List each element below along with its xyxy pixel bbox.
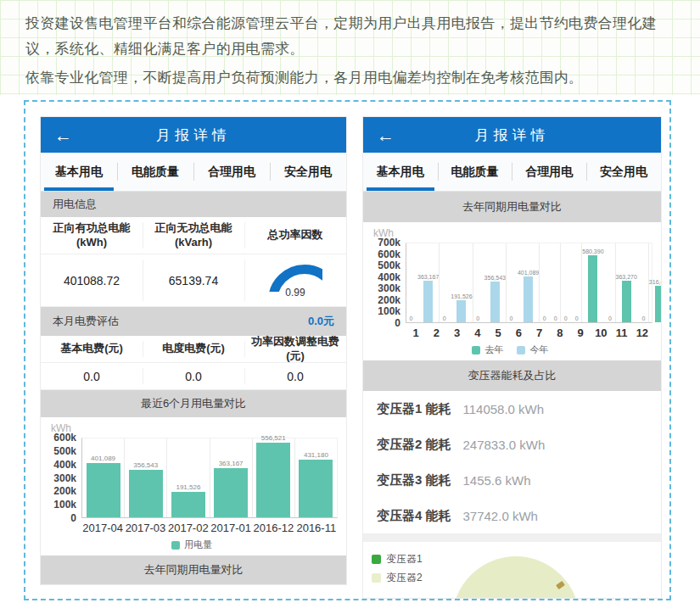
bar-用电量-2017-01[interactable]: [214, 468, 248, 517]
page: 投资建设售电管理平台和综合能源管理云平台，定期为用户出具用电报告，提出节约电费合…: [0, 0, 700, 614]
y-tick-label: 200k: [378, 295, 400, 305]
page-title: 月报详情: [41, 126, 346, 145]
tab-safe-usage[interactable]: 安全用电: [586, 153, 661, 191]
section-fee-estimate: 本月电费评估 0.0元: [41, 307, 346, 336]
x-tick-label: 2017-02: [167, 518, 210, 534]
legend-swatch-icon: [372, 573, 381, 583]
col-power-factor: 总功率因数: [244, 217, 346, 254]
plot-area: 0363,1670191,5260356,5430401,0890000580,…: [406, 243, 652, 323]
transformer-value: 1455.6 kWh: [463, 473, 531, 488]
bar-group: 0356,543: [473, 243, 506, 322]
active-energy-value: 401088.72: [41, 254, 143, 306]
legend-swatch-icon: [171, 541, 180, 550]
col-active-energy: 正向有功总电能(kWh): [41, 217, 143, 254]
tab-reasonable-usage[interactable]: 合理用电: [512, 153, 586, 191]
bar-今年-4[interactable]: [524, 276, 533, 322]
chart-unit-label: kWh: [51, 422, 338, 434]
x-tick-label: 2: [426, 323, 446, 339]
legend-item-用电量[interactable]: 用电量: [171, 539, 212, 551]
usage-header-row: 正向有功总电能(kWh) 正向无功总电能 (kVarh) 总功率因数: [41, 217, 346, 254]
pie-chart[interactable]: [452, 556, 580, 598]
bar-value-label: 0: [543, 315, 546, 321]
x-tick-label: 3: [446, 323, 467, 339]
plot-area: 401,089356,543191,526363,167556,521431,1…: [81, 438, 338, 518]
bar-value-label: 401,089: [91, 455, 115, 462]
transformer-row-1: 变压器1 能耗 114058.0 kWh: [363, 391, 661, 427]
tab-power-quality[interactable]: 电能质量: [438, 153, 512, 191]
transformer-label: 变压器3 能耗: [377, 472, 451, 488]
bar-用电量-2016-11[interactable]: [299, 460, 333, 517]
bar-用电量-2017-04[interactable]: [87, 463, 120, 517]
pie-legend-item-transformer2[interactable]: 变压器2: [372, 571, 423, 585]
chart-legend: 去年今年: [368, 339, 652, 359]
bar-今年-1[interactable]: [423, 281, 433, 322]
bar-value-label: 0: [443, 315, 446, 321]
monthly-usage-bar-chart: kWh600k500k400k300k200k100k0401,089356,5…: [41, 417, 346, 555]
legend-swatch-icon: [517, 346, 525, 354]
bar-value-label: 401,089: [518, 270, 539, 276]
col-reactive-energy: 正向无功总电能 (kVarh): [143, 217, 244, 254]
app-header: ← 月报详情: [363, 117, 661, 153]
bar-用电量-2016-12[interactable]: [256, 443, 290, 517]
x-tick-label: 10: [591, 323, 611, 339]
power-factor-gauge-cell: 0.99: [244, 254, 346, 306]
legend-swatch-icon: [472, 346, 480, 354]
legend-label: 变压器1: [386, 552, 423, 567]
bar-今年-3[interactable]: [490, 282, 500, 322]
y-tick-label: 300k: [53, 473, 76, 483]
bar-value-label: 191,526: [451, 293, 472, 299]
bar-value-label: 363,167: [417, 274, 439, 280]
bar-去年-8[interactable]: [622, 281, 631, 322]
legend-item-去年[interactable]: 去年: [472, 343, 503, 356]
basic-fee-value: 0.0: [41, 363, 143, 389]
legend-label: 今年: [529, 343, 548, 356]
bar-去年-7[interactable]: [588, 255, 597, 322]
bar-今年-2[interactable]: [456, 300, 466, 322]
tab-power-quality[interactable]: 电能质量: [117, 153, 193, 191]
bar-group: 580,3900: [581, 243, 614, 322]
pie-legend-item-transformer1[interactable]: 变压器1: [372, 552, 423, 567]
fee-section-title: 本月电费评估: [53, 314, 119, 329]
bar-用电量-2017-02[interactable]: [171, 492, 205, 517]
chart-section-title: 最近6个月用电量对比: [141, 396, 246, 411]
transformer-label: 变压器2 能耗: [377, 437, 451, 453]
transformer-value: 37742.0 kWh: [463, 509, 538, 523]
bar-用电量-2017-03[interactable]: [129, 470, 163, 517]
fee-total-value: 0.0元: [308, 314, 334, 329]
tab-reasonable-usage[interactable]: 合理用电: [193, 153, 270, 191]
power-factor-value: 0.99: [265, 287, 326, 299]
yoy-usage-bar-chart: kWh700k600k500k400k300k200k100k00363,167…: [363, 222, 661, 360]
x-tick-label: 11: [611, 323, 631, 339]
bar-value-label: 0: [564, 315, 568, 321]
transformer-value: 247833.0 kWh: [463, 438, 546, 452]
y-tick-label: 100k: [378, 306, 400, 316]
tab-safe-usage[interactable]: 安全用电: [270, 153, 346, 191]
tab-basic-usage[interactable]: 基本用电: [41, 153, 117, 191]
bar-group: 431,180: [294, 438, 337, 517]
chart-legend: 用电量: [46, 534, 338, 554]
section-transformer-title: 变压器能耗及占比: [363, 360, 661, 391]
bar-value-label: 0: [608, 315, 612, 321]
y-tick-label: 500k: [378, 260, 400, 271]
power-factor-gauge: 0.99: [265, 263, 326, 299]
bar-value-label: 0: [476, 315, 479, 321]
left-screenshot: ← 月报详情 基本用电 电能质量 合理用电 安全用电 用电信息 正向有功总电能(…: [40, 116, 347, 585]
transformer-row-3: 变压器3 能耗 1455.6 kWh: [363, 462, 661, 498]
pie-legend: 变压器1 变压器2: [372, 552, 423, 585]
y-tick-label: 700k: [378, 237, 400, 248]
legend-item-今年[interactable]: 今年: [517, 343, 548, 356]
y-tick-label: 600k: [378, 249, 400, 260]
x-tick-label: 12: [632, 323, 652, 339]
bar-group: 0363,167: [406, 243, 439, 322]
bar-去年-9[interactable]: [655, 286, 662, 322]
y-tick-label: 500k: [53, 446, 76, 456]
section-usage-info: 用电信息: [41, 192, 346, 217]
x-tick-label: 2017-01: [210, 518, 252, 534]
legend-swatch-icon: [372, 555, 381, 564]
tab-basic-usage[interactable]: 基本用电: [363, 153, 438, 191]
bar-value-label: 316,648: [649, 279, 662, 285]
bar-value-label: 191,526: [176, 484, 200, 491]
transformer-value: 114058.0 kWh: [463, 402, 545, 416]
x-tick-label: 2016-11: [295, 518, 338, 534]
right-screenshot: ← 月报详情 基本用电 电能质量 合理用电 安全用电 去年同期用电量对比 kWh…: [362, 116, 662, 599]
